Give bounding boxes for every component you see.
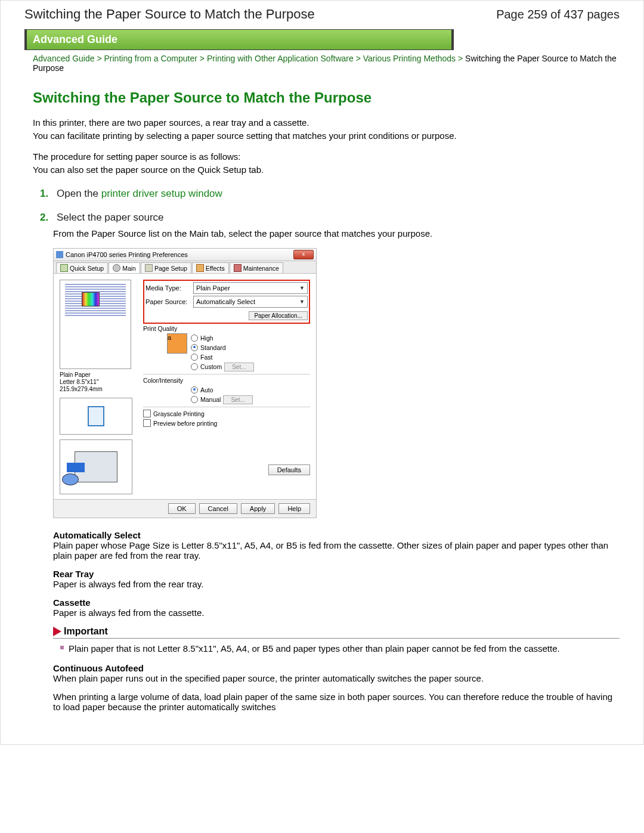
highlighted-area: Media Type: Plain Paper▼ Paper Source: A… <box>143 280 310 324</box>
preferences-dialog: Canon iP4700 series Printing Preferences… <box>53 248 317 518</box>
cancel-button[interactable]: Cancel <box>199 503 237 514</box>
apply-button[interactable]: Apply <box>241 503 275 514</box>
help-button[interactable]: Help <box>278 503 310 514</box>
effects-icon <box>196 264 204 272</box>
printer-icon <box>56 251 63 258</box>
crumb-various-methods[interactable]: Various Printing Methods <box>363 54 456 63</box>
main-icon <box>113 264 120 272</box>
radio-custom[interactable] <box>191 363 198 370</box>
continuous-autofeed-desc2: When printing a large volume of data, lo… <box>53 692 620 712</box>
preview-paper-size: Letter 8.5"x11" 215.9x279.4mm <box>60 379 138 393</box>
doc-top-title: Switching the Paper Source to Match the … <box>24 7 315 22</box>
dialog-close-button[interactable]: x <box>293 250 314 259</box>
color-intensity-label: Color/Intensity <box>143 377 310 384</box>
print-quality-label: Print Quality <box>143 325 310 332</box>
printer-driver-link[interactable]: printer driver setup window <box>101 188 222 199</box>
crumb-print-from-computer[interactable]: Printing from a Computer <box>104 54 197 63</box>
cassette-desc: Paper is always fed from the cassette. <box>53 608 620 618</box>
tray-preview <box>60 439 132 494</box>
intro-p4: You can also set the paper source on the… <box>33 164 620 176</box>
page-title: Switching the Paper Source to Match the … <box>33 89 620 106</box>
step-2: 2. Select the paper source <box>40 212 620 224</box>
breadcrumb: Advanced Guide > Printing from a Compute… <box>24 50 620 74</box>
rear-tray-desc: Paper is always fed from the rear tray. <box>53 579 620 589</box>
crumb-other-app-software[interactable]: Printing with Other Application Software <box>207 54 354 63</box>
tab-quick-setup[interactable]: Quick Setup <box>56 262 108 273</box>
device-preview <box>60 398 132 435</box>
tab-maintenance[interactable]: Maintenance <box>230 262 283 273</box>
continuous-autofeed-title: Continuous Autofeed <box>53 663 620 673</box>
step-1-text: Open the <box>57 188 101 199</box>
step-1-num: 1. <box>40 188 51 200</box>
quality-set-button[interactable]: Set... <box>224 363 253 371</box>
radio-manual[interactable] <box>191 396 198 403</box>
quality-icon: a <box>167 333 187 354</box>
step-2-desc: From the Paper Source list on the Main t… <box>53 227 620 240</box>
paper-allocation-button[interactable]: Paper Allocation... <box>249 311 308 320</box>
crumb-advanced-guide[interactable]: Advanced Guide <box>33 54 95 63</box>
crumb-sep: > <box>458 54 463 63</box>
paper-source-label: Paper Source: <box>145 298 188 305</box>
advanced-guide-banner: Advanced Guide <box>24 29 454 50</box>
chevron-down-icon: ▼ <box>299 299 305 305</box>
page-counter: Page 259 of 437 pages <box>496 8 620 21</box>
auto-select-title: Automatically Select <box>53 530 620 540</box>
bullet-icon <box>60 646 64 649</box>
rear-tray-title: Rear Tray <box>53 569 620 579</box>
cassette-title: Cassette <box>53 597 620 608</box>
step-1: 1. Open the printer driver setup window <box>40 188 620 200</box>
quick-setup-icon <box>60 264 68 272</box>
radio-fast[interactable] <box>191 354 198 361</box>
maintenance-icon <box>234 264 242 272</box>
step-2-text: Select the paper source <box>57 212 164 224</box>
intro-p3: The procedure for setting paper source i… <box>33 151 620 163</box>
step-2-num: 2. <box>40 212 51 224</box>
crumb-sep: > <box>200 54 205 63</box>
tab-page-setup[interactable]: Page Setup <box>141 262 191 273</box>
tab-main[interactable]: Main <box>109 262 140 273</box>
media-type-combo[interactable]: Plain Paper▼ <box>193 282 308 294</box>
radio-auto[interactable] <box>191 386 198 394</box>
crumb-sep: > <box>356 54 361 63</box>
preview-checkbox[interactable] <box>143 419 151 427</box>
intro-p1: In this printer, there are two paper sou… <box>33 117 620 129</box>
important-icon <box>53 627 61 636</box>
ok-button[interactable]: OK <box>168 503 196 514</box>
radio-standard[interactable] <box>191 344 198 351</box>
media-type-label: Media Type: <box>145 284 188 292</box>
intro-p2: You can facilitate printing by selecting… <box>33 130 620 142</box>
paper-source-combo[interactable]: Automatically Select▼ <box>193 296 308 308</box>
tab-effects[interactable]: Effects <box>192 262 229 273</box>
preview-photo-icon <box>82 292 100 306</box>
important-desc: Plain paper that is not Letter 8.5"x11",… <box>69 642 560 655</box>
preview-paper-type: Plain Paper <box>60 371 138 379</box>
chevron-down-icon: ▼ <box>299 285 305 291</box>
page-preview <box>60 280 131 369</box>
grayscale-checkbox[interactable] <box>143 410 151 417</box>
page-setup-icon <box>145 264 153 272</box>
continuous-autofeed-desc1: When plain paper runs out in the specifi… <box>53 673 620 683</box>
defaults-button[interactable]: Defaults <box>268 465 310 475</box>
important-title: Important <box>64 626 108 637</box>
color-set-button[interactable]: Set... <box>223 395 252 404</box>
dialog-title: Canon iP4700 series Printing Preferences <box>66 251 188 258</box>
crumb-sep: > <box>97 54 101 63</box>
auto-select-desc: Plain paper whose Page Size is Letter 8.… <box>53 540 620 561</box>
radio-high[interactable] <box>191 335 198 342</box>
